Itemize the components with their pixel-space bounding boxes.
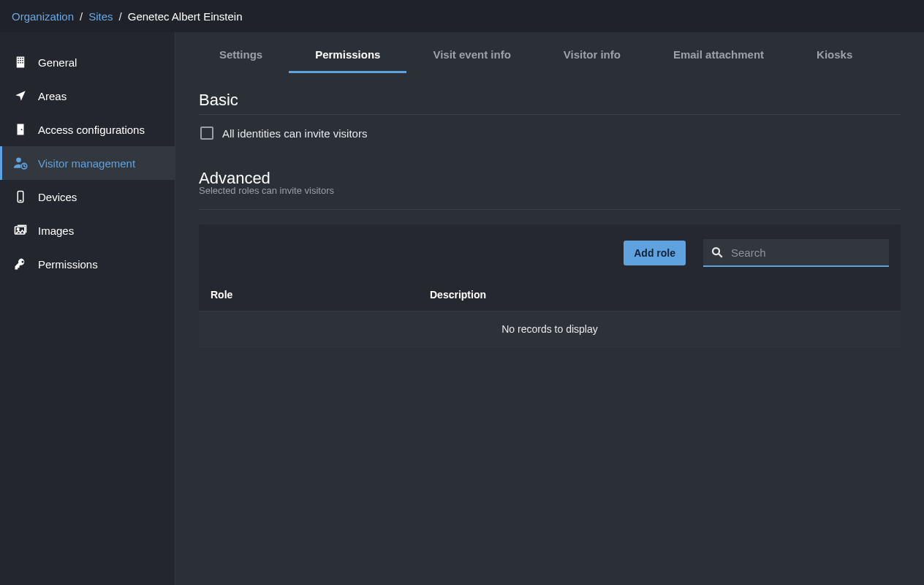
breadcrumb-bar: Organization / Sites / Genetec Albert Ei… bbox=[0, 0, 924, 32]
section-advanced-subtitle: Selected roles can invite visitors bbox=[199, 185, 901, 196]
svg-point-0 bbox=[16, 158, 21, 163]
sidebar-item-label: General bbox=[38, 56, 77, 69]
sidebar-item-label: Permissions bbox=[38, 258, 98, 271]
tab-settings[interactable]: Settings bbox=[193, 38, 289, 73]
tab-visit-event-info[interactable]: Visit event info bbox=[406, 38, 537, 73]
search-icon bbox=[711, 246, 724, 259]
sidebar-item-label: Access configurations bbox=[38, 124, 145, 136]
checkbox-all-identities[interactable] bbox=[200, 127, 213, 140]
search-field-wrap[interactable] bbox=[703, 239, 889, 267]
building-icon bbox=[13, 55, 28, 69]
breadcrumb-separator: / bbox=[80, 10, 83, 23]
images-icon bbox=[13, 223, 28, 238]
tab-visitor-info[interactable]: Visitor info bbox=[537, 38, 647, 73]
door-icon bbox=[13, 122, 28, 137]
sidebar-item-label: Areas bbox=[38, 90, 67, 102]
breadcrumb-separator: / bbox=[119, 10, 122, 23]
sidebar-item-access-configurations[interactable]: Access configurations bbox=[0, 113, 175, 146]
mobile-icon bbox=[13, 189, 28, 204]
sidebar: General Areas Access configurations Visi… bbox=[0, 32, 175, 585]
roles-table-empty: No records to display bbox=[199, 312, 901, 347]
svg-line-7 bbox=[719, 254, 722, 257]
roles-table-header: Role Description bbox=[199, 279, 901, 312]
tab-kiosks[interactable]: Kiosks bbox=[790, 38, 879, 73]
roles-panel: Add role Role Description No records to … bbox=[199, 224, 901, 347]
sidebar-item-devices[interactable]: Devices bbox=[0, 180, 175, 214]
sidebar-item-images[interactable]: Images bbox=[0, 214, 175, 247]
tabs: Settings Permissions Visit event info Vi… bbox=[175, 38, 924, 73]
tab-email-attachment[interactable]: Email attachment bbox=[647, 38, 790, 73]
svg-point-6 bbox=[713, 248, 719, 254]
visitor-icon bbox=[13, 156, 28, 170]
sidebar-item-general[interactable]: General bbox=[0, 45, 175, 79]
section-basic-title: Basic bbox=[199, 91, 901, 115]
sidebar-item-areas[interactable]: Areas bbox=[0, 79, 175, 113]
sidebar-item-label: Images bbox=[38, 224, 74, 237]
tab-permissions[interactable]: Permissions bbox=[289, 38, 406, 73]
sidebar-item-label: Visitor management bbox=[38, 157, 135, 170]
key-icon bbox=[13, 257, 28, 271]
sidebar-item-label: Devices bbox=[38, 191, 77, 203]
breadcrumb-sites[interactable]: Sites bbox=[88, 10, 113, 23]
breadcrumb-organization[interactable]: Organization bbox=[12, 10, 74, 23]
add-role-button[interactable]: Add role bbox=[624, 241, 686, 265]
checkbox-all-identities-label: All identities can invite visitors bbox=[222, 127, 367, 140]
svg-point-5 bbox=[17, 228, 19, 230]
column-description[interactable]: Description bbox=[430, 289, 889, 301]
sidebar-item-permissions[interactable]: Permissions bbox=[0, 247, 175, 281]
column-role[interactable]: Role bbox=[211, 289, 430, 301]
breadcrumb-current: Genetec Albert Einstein bbox=[128, 10, 243, 23]
location-arrow-icon bbox=[13, 88, 28, 103]
sidebar-item-visitor-management[interactable]: Visitor management bbox=[0, 146, 175, 180]
main-content: Settings Permissions Visit event info Vi… bbox=[175, 32, 924, 585]
search-input[interactable] bbox=[731, 246, 882, 259]
